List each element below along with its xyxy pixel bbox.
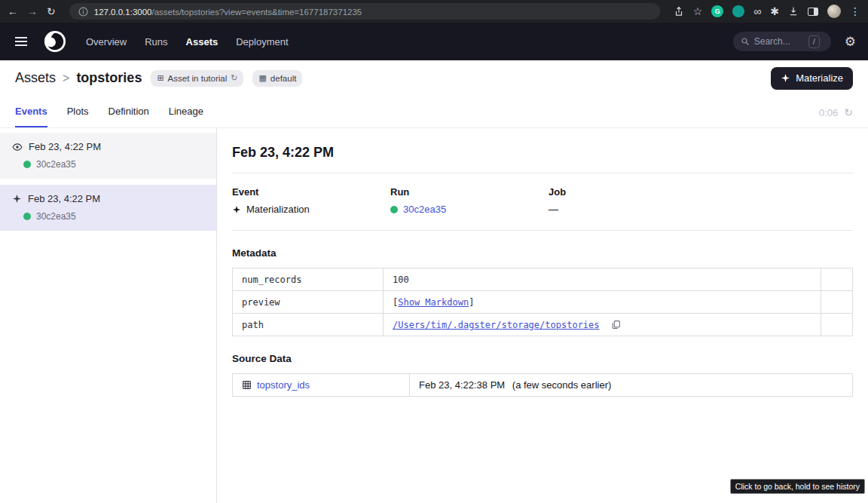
- info-icon[interactable]: [78, 7, 88, 17]
- refresh-timer: 0:06: [819, 107, 838, 118]
- table-row: preview [Show Markdown]: [233, 291, 853, 314]
- extension-infinity-icon[interactable]: ∞: [753, 6, 761, 17]
- nav-item-deployment[interactable]: Deployment: [236, 36, 288, 48]
- show-markdown-link[interactable]: Show Markdown: [398, 297, 469, 308]
- share-icon[interactable]: [674, 6, 684, 17]
- metadata-key: preview: [233, 291, 384, 314]
- avatar[interactable]: [827, 5, 841, 18]
- copy-icon[interactable]: [611, 320, 621, 330]
- refresh-icon[interactable]: ↻: [844, 106, 853, 118]
- hamburger-menu-icon[interactable]: [12, 34, 30, 49]
- job-column: Job —: [549, 186, 707, 215]
- bookmark-star-icon[interactable]: ☆: [693, 6, 703, 17]
- url-path: /assets/topstories?view=events&time=1677…: [151, 8, 362, 17]
- event-list-item-materialization[interactable]: Feb 23, 4:22 PM 30c2ea35: [0, 185, 216, 231]
- eye-icon: [12, 142, 23, 152]
- bracket: ]: [469, 297, 474, 308]
- asset-tabs: Events Plots Definition Lineage 0:06 ↻: [0, 96, 868, 128]
- job-column-label: Job: [549, 186, 707, 198]
- source-data-heading: Source Data: [232, 353, 853, 364]
- side-panel-icon[interactable]: [808, 8, 818, 16]
- nav-item-overview[interactable]: Overview: [86, 36, 127, 48]
- table-grid-icon: [242, 380, 252, 390]
- reload-definitions-icon[interactable]: ↻: [231, 73, 237, 83]
- content-area: Feb 23, 4:22 PM 30c2ea35 Feb 23, 4:22 PM…: [0, 128, 868, 503]
- path-link[interactable]: /Users/tim/.dagster/storage/topstories: [393, 320, 600, 330]
- event-time: Feb 23, 4:22 PM: [29, 141, 101, 152]
- run-status-dot: [23, 161, 31, 168]
- tab-lineage[interactable]: Lineage: [169, 106, 203, 127]
- run-id: 30c2ea35: [36, 211, 76, 222]
- search-icon: [741, 37, 750, 46]
- asset-group-chip-default[interactable]: ▦ default: [252, 70, 302, 87]
- table-row: path /Users/tim/.dagster/storage/topstor…: [233, 314, 853, 336]
- run-status-dot: [390, 206, 398, 213]
- search-shortcut-key: /: [808, 35, 820, 48]
- run-column: Run 30c2ea35: [390, 186, 549, 215]
- source-time: Feb 23, 4:22:38 PM: [419, 379, 505, 391]
- page-title: topstories: [76, 70, 142, 86]
- event-time: Feb 23, 4:22 PM: [28, 193, 100, 204]
- metadata-heading: Metadata: [232, 247, 853, 259]
- materialization-icon: [232, 205, 241, 214]
- forward-icon[interactable]: →: [27, 6, 38, 17]
- chip-label: Asset in tutorial: [168, 74, 228, 83]
- grid-icon: ⊞: [157, 73, 164, 83]
- source-data-table: topstory_ids Feb 23, 4:22:38 PM (a few s…: [232, 373, 853, 397]
- event-detail-panel: Feb 23, 4:22 PM Event Materialization Ru…: [217, 128, 868, 503]
- tab-events[interactable]: Events: [15, 106, 47, 127]
- browser-menu-icon[interactable]: ⋮: [850, 6, 860, 17]
- nav-item-assets[interactable]: Assets: [186, 36, 219, 48]
- metadata-table: num_records 100 preview [Show Markdown] …: [232, 268, 853, 336]
- event-list-sidebar: Feb 23, 4:22 PM 30c2ea35 Feb 23, 4:22 PM…: [0, 128, 217, 503]
- materialize-label: Materialize: [796, 72, 843, 84]
- extension-icon-2[interactable]: [732, 5, 744, 17]
- run-link[interactable]: 30c2ea35: [403, 204, 446, 215]
- nav-item-runs[interactable]: Runs: [145, 36, 167, 48]
- extension-icon-3[interactable]: ✱: [770, 6, 779, 17]
- extension-icon-1[interactable]: G: [711, 5, 723, 17]
- download-icon[interactable]: [788, 6, 799, 17]
- materialize-button[interactable]: Materialize: [771, 67, 853, 90]
- back-icon[interactable]: ←: [8, 6, 18, 17]
- group-grid-icon: ▦: [258, 73, 266, 83]
- metadata-value: /Users/tim/.dagster/storage/topstories: [384, 314, 821, 336]
- tab-plots[interactable]: Plots: [67, 106, 89, 127]
- primary-nav: Overview Runs Assets Deployment: [86, 36, 289, 48]
- table-row: num_records 100: [233, 268, 853, 291]
- event-type-value: Materialization: [246, 204, 310, 215]
- search-box[interactable]: /: [733, 32, 831, 51]
- metadata-key: num_records: [233, 268, 384, 291]
- chip-label: default: [270, 74, 297, 83]
- run-status-dot: [23, 213, 31, 220]
- run-column-label: Run: [390, 186, 549, 198]
- metadata-key: path: [233, 314, 384, 336]
- event-list-item-observation[interactable]: Feb 23, 4:22 PM 30c2ea35: [0, 133, 216, 179]
- run-id: 30c2ea35: [36, 159, 76, 170]
- browser-back-tooltip: Click to go back, hold to see history: [730, 479, 865, 494]
- materialization-icon: [12, 194, 22, 204]
- materialize-sparkle-icon: [781, 73, 790, 83]
- browser-chrome: ← → ↻ 127.0.0.1:3000/assets/topstories?v…: [0, 0, 868, 23]
- event-column-label: Event: [232, 186, 390, 198]
- gear-icon[interactable]: ⚙: [845, 34, 856, 50]
- app-header: Overview Runs Assets Deployment / ⚙: [0, 23, 868, 60]
- source-asset-link[interactable]: topstory_ids: [257, 379, 310, 391]
- event-column: Event Materialization: [232, 186, 390, 215]
- asset-group-chip-tutorial[interactable]: ⊞ Asset in tutorial ↻: [151, 70, 243, 87]
- event-detail-title: Feb 23, 4:22 PM: [232, 145, 853, 161]
- url-host: 127.0.0.1:3000: [94, 8, 152, 17]
- job-value: —: [549, 204, 558, 215]
- source-note: (a few seconds earlier): [512, 379, 612, 391]
- metadata-value: [Show Markdown]: [384, 291, 821, 314]
- url-bar[interactable]: 127.0.0.1:3000/assets/topstories?view=ev…: [69, 3, 660, 20]
- tab-definition[interactable]: Definition: [108, 106, 149, 127]
- metadata-value: 100: [384, 268, 821, 291]
- table-row: topstory_ids Feb 23, 4:22:38 PM (a few s…: [233, 374, 853, 397]
- breadcrumb-separator: >: [63, 72, 69, 85]
- dagster-logo: [44, 30, 66, 53]
- search-input[interactable]: [754, 36, 804, 47]
- reload-icon[interactable]: ↻: [47, 6, 56, 17]
- asset-page-header: Assets > topstories ⊞ Asset in tutorial …: [0, 60, 868, 96]
- breadcrumb-assets[interactable]: Assets: [15, 70, 56, 86]
